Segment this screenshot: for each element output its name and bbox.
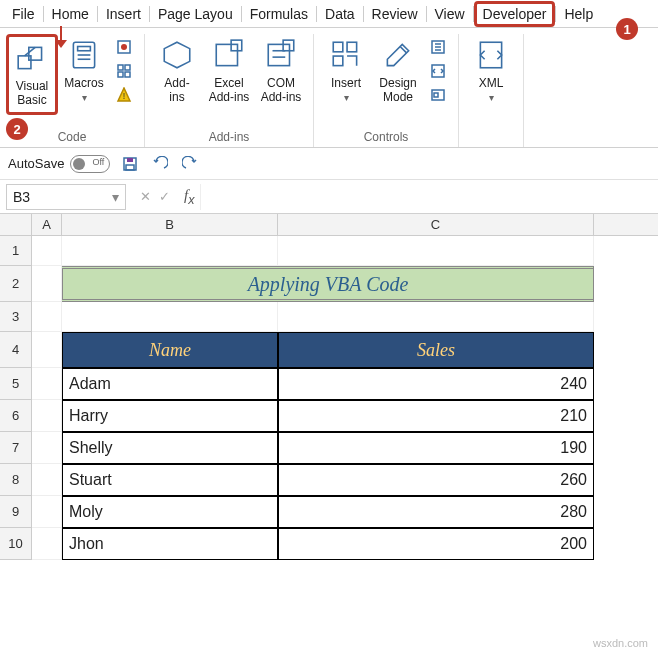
- row-header[interactable]: 5: [0, 368, 32, 400]
- table-cell[interactable]: Harry: [62, 400, 278, 432]
- cell[interactable]: [32, 332, 62, 368]
- group-addins-label: Add-ins: [209, 127, 250, 147]
- insert-controls-icon: [329, 38, 363, 72]
- svg-rect-22: [333, 42, 343, 52]
- col-header-B[interactable]: B: [62, 214, 278, 235]
- tab-view[interactable]: View: [427, 2, 473, 26]
- worksheet: A B C 1 2 Applying VBA Code 3 4 Name Sal…: [0, 214, 658, 560]
- cell[interactable]: [32, 236, 62, 266]
- chevron-down-icon: ▾: [344, 92, 349, 103]
- table-header-name[interactable]: Name: [62, 332, 278, 368]
- table-cell[interactable]: Shelly: [62, 432, 278, 464]
- design-mode-button[interactable]: Design Mode: [372, 34, 424, 109]
- table-cell[interactable]: Jhon: [62, 528, 278, 560]
- tab-insert[interactable]: Insert: [98, 2, 149, 26]
- cell[interactable]: [278, 236, 594, 266]
- cell[interactable]: [32, 368, 62, 400]
- cancel-formula-button[interactable]: ✕: [140, 189, 151, 204]
- table-cell[interactable]: 260: [278, 464, 594, 496]
- svg-marker-15: [164, 42, 190, 68]
- autosave-toggle[interactable]: AutoSave Off: [8, 155, 110, 173]
- addins-button[interactable]: Add- ins: [151, 34, 203, 109]
- svg-line-2: [25, 47, 36, 56]
- table-cell[interactable]: 200: [278, 528, 594, 560]
- formula-input[interactable]: [200, 184, 658, 210]
- col-header-C[interactable]: C: [278, 214, 594, 235]
- tab-help[interactable]: Help: [556, 2, 601, 26]
- name-box[interactable]: B3 ▾: [6, 184, 126, 210]
- callout-arrow-head: [55, 40, 67, 48]
- row-header[interactable]: 10: [0, 528, 32, 560]
- group-controls: Insert ▾ Design Mode Controls: [314, 34, 459, 147]
- xml-button[interactable]: XML ▾: [465, 34, 517, 107]
- macro-security-button[interactable]: !: [112, 84, 136, 106]
- cell[interactable]: [32, 496, 62, 528]
- tab-file[interactable]: File: [4, 2, 43, 26]
- com-addins-icon: [264, 38, 298, 72]
- svg-rect-16: [216, 44, 237, 65]
- svg-rect-34: [480, 42, 501, 68]
- cell[interactable]: [32, 266, 62, 302]
- row-header[interactable]: 4: [0, 332, 32, 368]
- tab-formulas[interactable]: Formulas: [242, 2, 316, 26]
- svg-rect-18: [268, 44, 289, 65]
- cell[interactable]: [32, 432, 62, 464]
- table-cell[interactable]: 190: [278, 432, 594, 464]
- group-xml: XML ▾: [459, 34, 524, 147]
- cell[interactable]: [62, 302, 278, 332]
- table-cell[interactable]: 280: [278, 496, 594, 528]
- tab-data[interactable]: Data: [317, 2, 363, 26]
- row-header[interactable]: 3: [0, 302, 32, 332]
- table-cell[interactable]: 240: [278, 368, 594, 400]
- svg-text:!: !: [123, 91, 126, 101]
- title-cell[interactable]: Applying VBA Code: [62, 266, 594, 302]
- svg-rect-10: [125, 65, 130, 70]
- cell[interactable]: [32, 302, 62, 332]
- col-header-A[interactable]: A: [32, 214, 62, 235]
- row-header[interactable]: 8: [0, 464, 32, 496]
- callout-badge-2: 2: [6, 118, 28, 140]
- visual-basic-label: Visual Basic: [16, 79, 48, 108]
- table-header-sales[interactable]: Sales: [278, 332, 594, 368]
- row-header[interactable]: 7: [0, 432, 32, 464]
- chevron-down-icon: ▾: [82, 92, 87, 103]
- excel-addins-button[interactable]: Excel Add-ins: [203, 34, 255, 109]
- table-cell[interactable]: Adam: [62, 368, 278, 400]
- tab-home[interactable]: Home: [44, 2, 97, 26]
- run-dialog-button[interactable]: [426, 84, 450, 106]
- fx-icon[interactable]: fx: [178, 187, 200, 207]
- cell[interactable]: [278, 302, 594, 332]
- table-cell[interactable]: 210: [278, 400, 594, 432]
- row-header[interactable]: 1: [0, 236, 32, 266]
- use-relative-refs-button[interactable]: [112, 60, 136, 82]
- chevron-down-icon: ▾: [112, 189, 119, 205]
- row-header[interactable]: 6: [0, 400, 32, 432]
- group-code-label: Code: [58, 127, 87, 147]
- cell[interactable]: [62, 236, 278, 266]
- enter-formula-button[interactable]: ✓: [159, 189, 170, 204]
- tab-review[interactable]: Review: [364, 2, 426, 26]
- toggle-switch-icon: Off: [70, 155, 110, 173]
- controls-small-buttons: [424, 34, 452, 108]
- cell[interactable]: [32, 528, 62, 560]
- insert-controls-button[interactable]: Insert ▾: [320, 34, 372, 107]
- cell[interactable]: [32, 400, 62, 432]
- row-header[interactable]: 9: [0, 496, 32, 528]
- table-cell[interactable]: Moly: [62, 496, 278, 528]
- macros-label: Macros: [64, 76, 103, 90]
- table-cell[interactable]: Stuart: [62, 464, 278, 496]
- com-addins-button[interactable]: COM Add-ins: [255, 34, 307, 109]
- row-header[interactable]: 2: [0, 266, 32, 302]
- select-all-corner[interactable]: [0, 214, 32, 235]
- save-button[interactable]: [120, 154, 140, 174]
- view-code-button[interactable]: [426, 60, 450, 82]
- redo-button[interactable]: [180, 154, 200, 174]
- tab-developer[interactable]: Developer: [474, 1, 556, 27]
- properties-button[interactable]: [426, 36, 450, 58]
- tab-page-layout[interactable]: Page Layou: [150, 2, 241, 26]
- visual-basic-button[interactable]: Visual Basic: [6, 34, 58, 115]
- cell[interactable]: [32, 464, 62, 496]
- record-macro-button[interactable]: [112, 36, 136, 58]
- svg-marker-25: [387, 44, 408, 65]
- undo-button[interactable]: [150, 154, 170, 174]
